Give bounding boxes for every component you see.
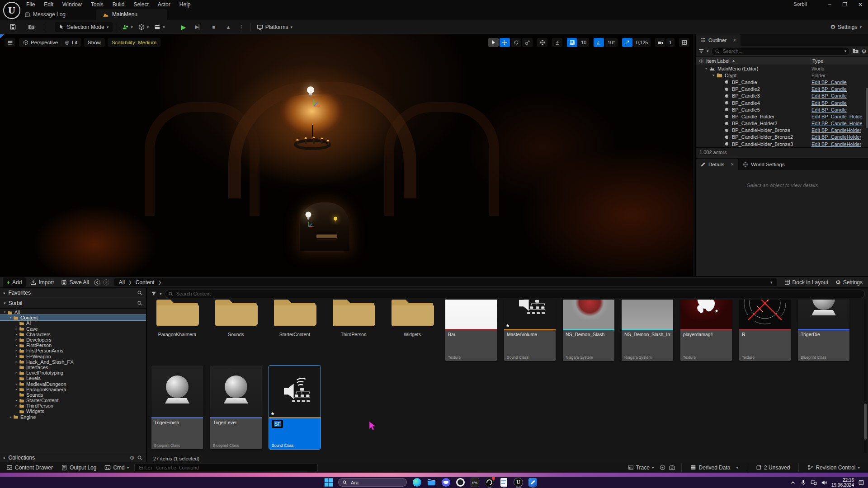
grid-snap-toggle[interactable] (567, 38, 577, 47)
revision-control-dropdown[interactable]: Revision Control ▾ (805, 463, 863, 473)
search-icon[interactable] (137, 455, 142, 460)
camera-speed-button[interactable] (655, 38, 665, 47)
tree-expander-icon[interactable]: ▸ (14, 371, 19, 375)
outliner-row[interactable]: ▾CryptFolder (696, 72, 868, 79)
tree-item-paragonkhaimera[interactable]: ▸ParagonKhaimera (0, 387, 146, 392)
menu-file[interactable]: File (22, 0, 39, 9)
taskbar-app-paint[interactable] (528, 478, 538, 487)
notification-center-icon[interactable] (858, 479, 864, 486)
search-icon[interactable] (137, 290, 142, 296)
save-all-button[interactable]: Save All (58, 277, 91, 287)
back-button[interactable] (94, 279, 101, 286)
grid-snap-value[interactable]: 10 (578, 38, 589, 47)
outliner-row[interactable]: BP_Candle_Holder2Edit BP_Candle_Holder (696, 120, 868, 127)
tab-mainmenu[interactable]: MainMenu (96, 9, 167, 20)
small-light-billboard-icon[interactable] (332, 216, 339, 222)
taskbar-app-discord[interactable] (441, 478, 451, 487)
outliner-row[interactable]: ▾MainMenu (Editor)World (696, 65, 868, 72)
taskbar-app-edge[interactable] (412, 478, 422, 487)
tree-expander-icon[interactable]: ▸ (14, 388, 19, 391)
filter-icon[interactable] (151, 291, 157, 297)
tree-item-all[interactable]: ▾All (0, 310, 146, 315)
tree-item-interfaces[interactable]: Interfaces (0, 365, 146, 370)
console-command-box[interactable] (134, 464, 318, 471)
tree-item-sounds[interactable]: Sounds (0, 392, 146, 398)
tree-item-firstperson[interactable]: ▸FirstPerson (0, 343, 146, 348)
tab-outliner[interactable]: Outliner × (696, 34, 741, 46)
message-log-item[interactable]: Message Log (24, 10, 66, 19)
outliner-row[interactable]: BP_Candle_HolderEdit BP_Candle_Holder (696, 113, 868, 120)
tree-expander-icon[interactable]: ▸ (14, 404, 19, 408)
asset-tile-trigerlevel[interactable]: TrigerLevelBlueprint Class (210, 366, 262, 449)
maximize-viewport-button[interactable] (679, 38, 689, 47)
tree-item-levelprototyping[interactable]: ▸LevelPrototyping (0, 370, 146, 375)
tree-expander-icon[interactable]: ▾ (9, 316, 13, 319)
skip-to-frame-button[interactable]: ▶▏ (191, 20, 207, 34)
trace-dropdown[interactable]: Trace ▾ (625, 463, 657, 473)
gear-icon[interactable]: ⚙ (861, 48, 867, 55)
chevron-down-icon[interactable]: ▾ (844, 49, 847, 53)
tray-chevron-up-icon[interactable] (790, 479, 796, 486)
tree-item-content[interactable]: ▾Content (0, 315, 146, 320)
folder-tile-sounds[interactable]: Sounds (210, 300, 262, 361)
lit-dropdown[interactable]: Lit (61, 38, 81, 47)
tree-item-developers[interactable]: ▸Developers (0, 337, 146, 343)
tree-item-startercontent[interactable]: ▸StarterContent (0, 398, 146, 403)
tab-details[interactable]: Details × (696, 159, 738, 170)
start-button[interactable] (323, 478, 335, 487)
tab-world-settings[interactable]: World Settings (738, 159, 789, 170)
scale-snap-toggle[interactable] (622, 38, 632, 47)
tree-item-levels[interactable]: Levels (0, 375, 146, 381)
outliner-row[interactable]: BP_Candle4Edit BP_Candle (696, 99, 868, 106)
speaker-icon[interactable] (821, 479, 827, 486)
tree-item-thirdperson[interactable]: ▸ThirdPerson (0, 403, 146, 408)
folder-tile-thirdperson[interactable]: ThirdPerson (328, 300, 379, 361)
screenshot-icon[interactable] (669, 464, 675, 471)
outliner-row[interactable]: BP_Candle2Edit BP_Candle (696, 86, 868, 93)
camera-speed-value[interactable]: 1 (666, 38, 675, 47)
tree-item-hack_and_slash_fx[interactable]: ▸Hack_And_Slash_FX (0, 359, 146, 365)
chevron-down-icon[interactable]: ▾ (707, 49, 709, 53)
edit-blueprint-link[interactable]: Edit BP_Candle_Holder (811, 114, 862, 119)
asset-tile-r[interactable]: RTexture (739, 300, 791, 361)
close-button[interactable]: ✕ (853, 0, 868, 9)
derived-data-dropdown[interactable]: Derived Data ▾ (688, 463, 741, 473)
asset-tile-playerdamag1[interactable]: playerdamag1Texture (680, 300, 732, 361)
menu-actor[interactable]: Actor (153, 0, 175, 9)
outliner-search-input[interactable] (722, 48, 842, 54)
edit-blueprint-link[interactable]: Edit BP_Candle (811, 107, 847, 113)
outliner-scrollbar[interactable] (866, 88, 868, 128)
asset-tile-trigerdie[interactable]: TrigerDieBlueprint Class (798, 300, 849, 361)
settings-dropdown[interactable]: ⚙ Settings ▾ (827, 22, 864, 32)
import-button[interactable]: Import (28, 277, 57, 287)
edit-blueprint-link[interactable]: Edit BP_Candle (811, 86, 847, 92)
edit-blueprint-link[interactable]: Edit BP_CandleHolder (811, 141, 861, 147)
console-command-input[interactable] (138, 465, 314, 471)
viewport-options-menu[interactable] (5, 38, 15, 47)
asset-grid-scrollbar[interactable] (864, 300, 867, 453)
tree-item-widgets[interactable]: Widgets (0, 408, 146, 414)
tree-item-firstpersonarms[interactable]: ▸FirstPersonArms (0, 348, 146, 353)
breadcrumb-all[interactable]: All (119, 279, 125, 286)
outliner-search-box[interactable]: ▾ (711, 47, 850, 56)
content-settings-dropdown[interactable]: ⚙ Settings (833, 277, 865, 287)
tree-expander-icon[interactable]: ▸ (14, 382, 19, 386)
play-options-dots[interactable]: ⋮ (236, 20, 247, 34)
taskbar-app-unreal-engine[interactable]: U (514, 478, 523, 487)
tree-expander-icon[interactable]: ▸ (14, 343, 19, 347)
folder-tile-startercontent[interactable]: StarterContent (269, 300, 321, 361)
outliner-row[interactable]: BP_Candle5Edit BP_Candle (696, 106, 868, 113)
insights-icon[interactable] (659, 464, 666, 471)
edit-blueprint-link[interactable]: Edit BP_Candle (811, 80, 847, 85)
close-icon[interactable]: × (733, 37, 736, 43)
rotation-snap-value[interactable]: 10° (605, 38, 618, 47)
edit-blueprint-link[interactable]: Edit BP_CandleHolder (811, 127, 861, 133)
menu-edit[interactable]: Edit (39, 0, 58, 9)
asset-tile-trigerfinish[interactable]: TrigerFinishBlueprint Class (151, 366, 203, 449)
tree-expander-icon[interactable]: ▸ (9, 415, 13, 419)
asset-tile-mastervolume[interactable]: ★MasterVolumeSound Class (504, 300, 556, 361)
taskbar-app-obs[interactable] (485, 478, 494, 487)
forward-button[interactable] (103, 279, 110, 286)
browse-content-button[interactable] (22, 20, 41, 34)
column-item-label[interactable]: Item Label (706, 58, 729, 64)
